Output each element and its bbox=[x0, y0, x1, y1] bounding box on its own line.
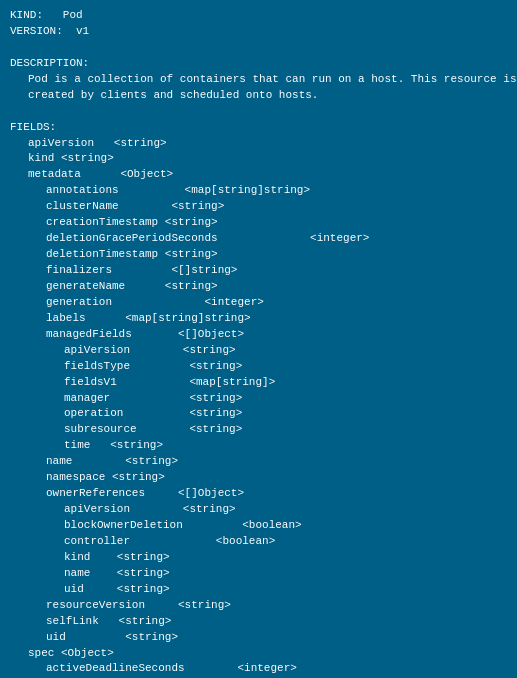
field-line: apiVersion <string> bbox=[10, 502, 507, 518]
version-label: VERSION: bbox=[10, 25, 63, 37]
fields-list: apiVersion <string>kind <string>metadata… bbox=[10, 136, 507, 679]
field-line: manager <string> bbox=[10, 391, 507, 407]
blank-line-1 bbox=[10, 40, 507, 56]
field-line: ownerReferences <[]Object> bbox=[10, 486, 507, 502]
field-line: annotations <map[string]string> bbox=[10, 183, 507, 199]
field-line: metadata <Object> bbox=[10, 167, 507, 183]
field-line: creationTimestamp <string> bbox=[10, 215, 507, 231]
field-line: kind <string> bbox=[10, 550, 507, 566]
field-line: controller <boolean> bbox=[10, 534, 507, 550]
field-line: fieldsType <string> bbox=[10, 359, 507, 375]
field-line: fieldsV1 <map[string]> bbox=[10, 375, 507, 391]
field-line: uid <string> bbox=[10, 630, 507, 646]
field-line: namespace <string> bbox=[10, 470, 507, 486]
field-line: deletionGracePeriodSeconds <integer> bbox=[10, 231, 507, 247]
field-line: clusterName <string> bbox=[10, 199, 507, 215]
field-line: spec <Object> bbox=[10, 646, 507, 662]
field-line: labels <map[string]string> bbox=[10, 311, 507, 327]
kind-value: Pod bbox=[63, 9, 83, 21]
field-line: selfLink <string> bbox=[10, 614, 507, 630]
field-line: time <string> bbox=[10, 438, 507, 454]
field-line: managedFields <[]Object> bbox=[10, 327, 507, 343]
field-line: name <string> bbox=[10, 566, 507, 582]
version-line: VERSION: v1 bbox=[10, 24, 507, 40]
field-line: operation <string> bbox=[10, 406, 507, 422]
field-line: subresource <string> bbox=[10, 422, 507, 438]
field-line: deletionTimestamp <string> bbox=[10, 247, 507, 263]
field-line: kind <string> bbox=[10, 151, 507, 167]
field-line: generation <integer> bbox=[10, 295, 507, 311]
field-line: apiVersion <string> bbox=[10, 136, 507, 152]
fields-label: FIELDS: bbox=[10, 120, 507, 136]
field-line: apiVersion <string> bbox=[10, 343, 507, 359]
field-line: uid <string> bbox=[10, 582, 507, 598]
description-line: Pod is a collection of containers that c… bbox=[10, 72, 507, 88]
description-text: Pod is a collection of containers that c… bbox=[10, 72, 507, 104]
field-line: activeDeadlineSeconds <integer> bbox=[10, 661, 507, 677]
field-line: blockOwnerDeletion <boolean> bbox=[10, 518, 507, 534]
field-line: finalizers <[]string> bbox=[10, 263, 507, 279]
description-label: DESCRIPTION: bbox=[10, 56, 507, 72]
field-line: resourceVersion <string> bbox=[10, 598, 507, 614]
field-line: generateName <string> bbox=[10, 279, 507, 295]
blank-line-2 bbox=[10, 104, 507, 120]
kind-label: KIND: bbox=[10, 9, 43, 21]
field-line: name <string> bbox=[10, 454, 507, 470]
kind-line: KIND: Pod bbox=[10, 8, 507, 24]
version-value: v1 bbox=[76, 25, 89, 37]
description-line: created by clients and scheduled onto ho… bbox=[10, 88, 507, 104]
